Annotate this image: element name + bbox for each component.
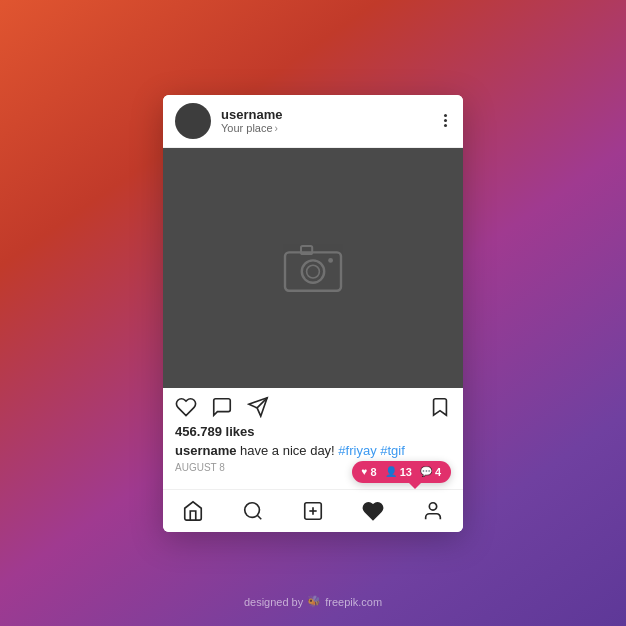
bubble-tail bbox=[409, 483, 421, 489]
nav-add-button[interactable] bbox=[302, 500, 324, 522]
nav-home-button[interactable] bbox=[182, 500, 204, 522]
heart-notification-icon: ♥ bbox=[362, 466, 368, 477]
user-info: username Your place › bbox=[221, 107, 440, 134]
watermark: designed by 🐝 freepik.com bbox=[244, 595, 382, 608]
caption-hashtags: #friyay #tgif bbox=[338, 443, 404, 458]
post-date-area: AUGUST 8 ♥ 8 👤 13 💬 4 bbox=[163, 460, 463, 479]
bookmark-button[interactable] bbox=[429, 396, 451, 418]
post-date-label: AUGUST 8 bbox=[175, 462, 225, 473]
app-background: username Your place › bbox=[0, 0, 626, 626]
svg-point-2 bbox=[307, 265, 320, 278]
freepik-icon: 🐝 bbox=[307, 595, 321, 608]
person-notification-icon: 👤 bbox=[385, 466, 397, 477]
comment-button[interactable] bbox=[211, 396, 233, 418]
dot-icon bbox=[444, 124, 447, 127]
comment-notification-icon: 💬 bbox=[420, 466, 432, 477]
more-button[interactable] bbox=[440, 110, 451, 131]
instagram-card: username Your place › bbox=[163, 95, 463, 532]
svg-point-12 bbox=[429, 502, 436, 509]
chevron-right-icon: › bbox=[275, 123, 278, 134]
svg-point-7 bbox=[245, 502, 260, 517]
post-image bbox=[163, 148, 463, 388]
notification-bubble: ♥ 8 👤 13 💬 4 bbox=[352, 461, 451, 483]
caption-username: username bbox=[175, 443, 236, 458]
caption-text: have a nice day! bbox=[240, 443, 338, 458]
followers-notification-count: 13 bbox=[400, 466, 412, 478]
post-header: username Your place › bbox=[163, 95, 463, 148]
likes-notification-count: 8 bbox=[371, 466, 377, 478]
location-label: Your place › bbox=[221, 122, 440, 134]
camera-icon bbox=[281, 234, 345, 302]
svg-point-4 bbox=[328, 258, 333, 263]
followers-notification: 👤 13 bbox=[385, 466, 412, 478]
svg-line-8 bbox=[257, 515, 261, 519]
likes-count: 456.789 likes bbox=[163, 422, 463, 441]
svg-point-1 bbox=[302, 260, 324, 282]
bottom-nav bbox=[163, 489, 463, 532]
nav-heart-button[interactable] bbox=[362, 500, 384, 522]
nav-profile-button[interactable] bbox=[422, 500, 444, 522]
svg-rect-0 bbox=[285, 252, 341, 290]
action-icons-left bbox=[175, 396, 429, 418]
avatar bbox=[175, 103, 211, 139]
share-button[interactable] bbox=[247, 396, 269, 418]
comments-notification-count: 4 bbox=[435, 466, 441, 478]
caption: username have a nice day! #friyay #tgif bbox=[163, 441, 463, 460]
comments-notification: 💬 4 bbox=[420, 466, 441, 478]
nav-search-button[interactable] bbox=[242, 500, 264, 522]
dot-icon bbox=[444, 114, 447, 117]
likes-notification: ♥ 8 bbox=[362, 466, 377, 478]
username-label: username bbox=[221, 107, 440, 122]
dot-icon bbox=[444, 119, 447, 122]
post-actions bbox=[163, 388, 463, 422]
like-button[interactable] bbox=[175, 396, 197, 418]
